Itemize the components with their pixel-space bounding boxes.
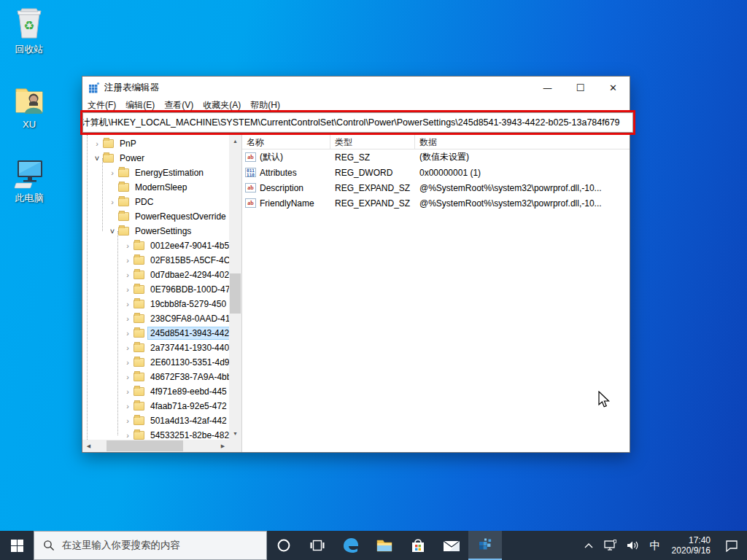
ime-indicator[interactable]: 中 bbox=[645, 531, 666, 560]
value-data: 0x00000001 (1) bbox=[415, 168, 630, 178]
chevron-right-icon[interactable]: › bbox=[108, 168, 117, 177]
column-header-0[interactable]: 名称 bbox=[242, 135, 330, 149]
tree-item-238C9FA8-0AAD-41[interactable]: ›238C9FA8-0AAD-41 bbox=[82, 311, 229, 326]
address-bar-highlight: 计算机\HKEY_LOCAL_MACHINE\SYSTEM\CurrentCon… bbox=[80, 110, 635, 135]
chevron-right-icon[interactable]: › bbox=[123, 343, 132, 352]
tree-item-4f971e89-eebd-445[interactable]: ›4f971e89-eebd-445 bbox=[82, 384, 229, 399]
tree-item-2E601130-5351-4d9[interactable]: ›2E601130-5351-4d9 bbox=[82, 355, 229, 370]
cortana-button[interactable] bbox=[267, 531, 301, 560]
value-name: (默认) bbox=[260, 151, 283, 163]
chevron-right-icon[interactable]: › bbox=[123, 285, 132, 294]
tree-item-19cbb8fa-5279-450[interactable]: ›19cbb8fa-5279-450 bbox=[82, 297, 229, 311]
tree-item-245d8541-3943-442[interactable]: ›245d8541-3943-442 bbox=[82, 326, 229, 341]
tray-expand-chevron[interactable] bbox=[579, 531, 598, 560]
tree-item-PowerSettings[interactable]: ˅PowerSettings bbox=[82, 224, 229, 238]
scroll-right-arrow[interactable]: ▶ bbox=[217, 440, 229, 452]
taskbar-search-input[interactable]: 在这里输入你要搜索的内容 bbox=[34, 531, 267, 560]
tree-item-PnP[interactable]: ›PnP bbox=[82, 136, 229, 151]
store-button[interactable] bbox=[401, 531, 435, 560]
scroll-up-arrow[interactable]: ▲ bbox=[229, 135, 241, 147]
registry-values-panel: 名称类型数据 ab(默认)REG_SZ(数值未设置)011 110Attribu… bbox=[242, 135, 630, 452]
chevron-right-icon[interactable]: › bbox=[123, 416, 132, 425]
title-bar[interactable]: 注册表编辑器 — ☐ ✕ bbox=[82, 77, 630, 98]
chevron-right-icon[interactable]: › bbox=[123, 329, 132, 338]
chevron-down-icon[interactable]: ˅ bbox=[108, 227, 117, 236]
network-tray-button[interactable] bbox=[598, 531, 622, 560]
scroll-down-arrow[interactable]: ▼ bbox=[229, 427, 241, 440]
scroll-thumb[interactable] bbox=[107, 440, 183, 451]
chevron-right-icon[interactable]: › bbox=[123, 373, 132, 381]
chevron-right-icon[interactable]: › bbox=[123, 300, 132, 308]
tree-horizontal-scrollbar[interactable]: ◀ ▶ bbox=[82, 440, 229, 452]
tree-item-4faab71a-92e5-472[interactable]: ›4faab71a-92e5-472 bbox=[82, 399, 229, 413]
chevron-down-icon[interactable]: ˅ bbox=[93, 154, 101, 163]
task-view-button[interactable] bbox=[301, 531, 334, 560]
chevron-right-icon[interactable]: › bbox=[123, 271, 132, 279]
tree-item-48672F38-7A9A-4bb[interactable]: ›48672F38-7A9A-4bb bbox=[82, 370, 229, 384]
column-header-2[interactable]: 数据 bbox=[415, 135, 630, 149]
scroll-thumb[interactable] bbox=[230, 273, 241, 314]
folder-icon bbox=[133, 416, 144, 425]
folder-icon bbox=[118, 198, 129, 206]
svg-text:♻: ♻ bbox=[23, 19, 34, 33]
mail-button[interactable] bbox=[435, 531, 468, 560]
tree-item-0012ee47-9041-4b5[interactable]: ›0012ee47-9041-4b5 bbox=[82, 238, 229, 253]
tree-item-54533251-82be-482[interactable]: ›54533251-82be-482 bbox=[82, 428, 229, 440]
tree-item-label: PowerSettings bbox=[133, 225, 193, 237]
folder-icon bbox=[133, 358, 144, 367]
tree-item-501a4d13-42af-442[interactable]: ›501a4d13-42af-442 bbox=[82, 413, 229, 428]
tree-item-ModernSleep[interactable]: ModernSleep bbox=[82, 180, 229, 195]
minimize-button[interactable]: — bbox=[531, 77, 564, 98]
tree-item-EnergyEstimation[interactable]: ›EnergyEstimation bbox=[82, 166, 229, 180]
chevron-right-icon[interactable]: › bbox=[93, 139, 101, 148]
address-bar[interactable]: 计算机\HKEY_LOCAL_MACHINE\SYSTEM\CurrentCon… bbox=[82, 112, 633, 133]
value-row-Attributes[interactable]: 011 110AttributesREG_DWORD0x00000001 (1) bbox=[242, 165, 630, 180]
registry-editor-taskbar-button[interactable] bbox=[468, 531, 502, 560]
action-center-button[interactable] bbox=[716, 531, 747, 560]
desktop-icon-this-pc[interactable]: 此电脑 bbox=[3, 155, 55, 205]
tree-item-Power[interactable]: ˅Power bbox=[82, 151, 229, 166]
value-data: (数值未设置) bbox=[415, 151, 630, 163]
start-button[interactable] bbox=[0, 531, 34, 560]
tree-item-2a737441-1930-440[interactable]: ›2a737441-1930-440 bbox=[82, 341, 229, 355]
chevron-right-icon[interactable]: › bbox=[123, 256, 132, 265]
tree-item-02F815B5-A5CF-4C8[interactable]: ›02F815B5-A5CF-4C8 bbox=[82, 253, 229, 268]
close-button[interactable]: ✕ bbox=[597, 77, 630, 98]
chevron-right-icon[interactable]: › bbox=[123, 358, 132, 367]
tree-item-label: PnP bbox=[117, 138, 139, 149]
chevron-right-icon[interactable]: › bbox=[123, 402, 132, 411]
registry-editor-icon bbox=[88, 82, 100, 93]
string-value-icon: ab bbox=[245, 152, 256, 162]
file-explorer-button[interactable] bbox=[368, 531, 401, 560]
chevron-right-icon[interactable]: › bbox=[123, 241, 132, 250]
column-header-1[interactable]: 类型 bbox=[330, 135, 415, 149]
edge-button[interactable] bbox=[334, 531, 368, 560]
value-row-Description[interactable]: abDescriptionREG_EXPAND_SZ@%SystemRoot%\… bbox=[242, 180, 630, 195]
volume-tray-button[interactable] bbox=[622, 531, 645, 560]
folder-icon bbox=[133, 387, 144, 396]
maximize-button[interactable]: ☐ bbox=[564, 77, 597, 98]
tree-item-0E796BDB-100D-47[interactable]: ›0E796BDB-100D-47 bbox=[82, 282, 229, 297]
mail-icon bbox=[442, 536, 461, 555]
tree-item-PDC[interactable]: ›PDC bbox=[82, 195, 229, 209]
folder-icon bbox=[133, 300, 144, 308]
this-pc-icon bbox=[12, 155, 47, 190]
taskbar-clock[interactable]: 17:40 2020/9/16 bbox=[666, 535, 716, 556]
value-row-FriendlyName[interactable]: abFriendlyNameREG_EXPAND_SZ@%SystemRoot%… bbox=[242, 195, 630, 211]
scroll-left-arrow[interactable]: ◀ bbox=[82, 440, 95, 452]
value-name: Description bbox=[260, 183, 303, 193]
dword-value-icon: 011 110 bbox=[245, 168, 256, 177]
registry-editor-icon bbox=[476, 535, 495, 554]
desktop-icon-xu-folder[interactable]: XU bbox=[3, 82, 55, 130]
value-row-(默认)[interactable]: ab(默认)REG_SZ(数值未设置) bbox=[242, 149, 630, 165]
tree-item-0d7dbae2-4294-402[interactable]: ›0d7dbae2-4294-402 bbox=[82, 268, 229, 282]
tree-item-PowerRequestOverride[interactable]: PowerRequestOverride bbox=[82, 209, 229, 224]
chevron-right-icon[interactable]: › bbox=[123, 314, 132, 323]
chevron-right-icon[interactable]: › bbox=[123, 431, 132, 440]
folder-icon bbox=[133, 431, 144, 440]
tree-item-label: Power bbox=[117, 152, 147, 164]
desktop-icon-recycle-bin[interactable]: ♻ 回收站 bbox=[3, 6, 55, 56]
chevron-right-icon[interactable]: › bbox=[108, 198, 117, 206]
chevron-right-icon[interactable]: › bbox=[123, 387, 132, 396]
tree-vertical-scrollbar[interactable]: ▲ ▼ bbox=[229, 135, 241, 440]
